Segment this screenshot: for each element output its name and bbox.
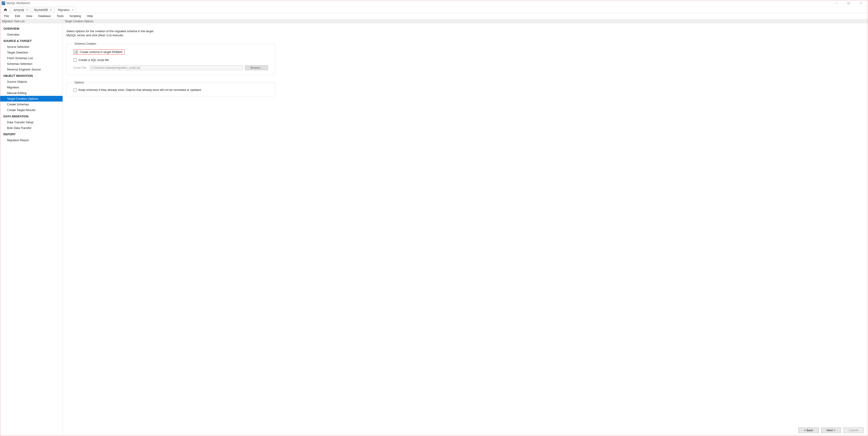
task-create-target-results[interactable]: Create Target Results [0,107,63,113]
schema-creation-legend: Schema Creation [73,42,97,45]
task-reverse-engineer[interactable]: Reverse Engineer Source [0,67,63,72]
keep-schemas-checkbox[interactable] [73,88,76,92]
tabbar: azmysql × MyJolieDB × Migration × [0,6,868,13]
back-button[interactable]: < Back [798,427,818,433]
migration-task-list: OVERVIEW Overview SOURCE & TARGET Source… [0,23,63,145]
main-header: Target Creation Options [63,19,868,23]
create-schema-checkbox[interactable] [74,51,78,54]
menu-database[interactable]: Database [35,13,54,19]
menu-help[interactable]: Help [84,13,96,19]
task-create-schemas[interactable]: Create Schemas [0,102,63,107]
window-title: MySQL Workbench [7,2,30,5]
menubar: File Edit View Database Tools Scripting … [0,13,868,19]
task-target-creation-options[interactable]: Target Creation Options [0,96,63,102]
options-group: Options Keep schemas if they already exi… [66,81,275,96]
menu-view[interactable]: View [23,13,35,19]
task-data-transfer-setup[interactable]: Data Transfer Setup [0,120,63,125]
task-schemas-selection[interactable]: Schemas Selection [0,61,63,67]
task-manual-editing[interactable]: Manual Editing [0,90,63,96]
tab-azmysql[interactable]: azmysql × [10,7,30,13]
browse-button: Browse... [245,65,268,70]
task-group-data-migration: DATA MIGRATION [0,113,63,120]
options-legend: Options [73,81,85,84]
script-file-label: Script File: [73,66,87,69]
wizard-footer: < Back Next > Cancel [63,426,868,436]
menu-edit[interactable]: Edit [12,13,23,19]
task-target-selection[interactable]: Target Selection [0,49,63,55]
window-controls [832,1,866,5]
sidebar: Migration Task List OVERVIEW Overview SO… [0,19,63,436]
maximize-button[interactable] [845,1,853,5]
create-schema-label: Create schema in target RDBMS [80,50,122,54]
content-area: Migration Task List OVERVIEW Overview SO… [0,19,868,436]
menu-tools[interactable]: Tools [54,13,66,19]
tab-label: azmysql [13,8,24,11]
app-window: MySQL Workbench azmysql × MyJolieDB × Mi… [0,0,868,436]
close-icon[interactable]: × [72,9,73,11]
main-panel: Target Creation Options Select options f… [63,19,868,436]
task-overview[interactable]: Overview [0,32,63,37]
tab-myjoliedb[interactable]: MyJolieDB × [31,7,54,13]
task-migration[interactable]: Migration [0,85,63,90]
task-fetch-schemas[interactable]: Fetch Schemas List [0,55,63,61]
menu-scripting[interactable]: Scripting [67,13,84,19]
task-group-overview: OVERVIEW [0,25,63,32]
menu-file[interactable]: File [2,13,12,19]
task-group-source-target: SOURCE & TARGET [0,37,63,44]
script-file-input [90,65,243,70]
tab-label: Migration [58,8,70,11]
schema-creation-group: Schema Creation Create schema in target … [66,42,275,75]
main-body: Select options for the creation of the m… [63,23,868,426]
close-icon[interactable]: × [50,9,52,11]
tab-migration[interactable]: Migration × [55,7,76,13]
titlebar: MySQL Workbench [0,0,868,6]
minimize-button[interactable] [832,1,841,5]
task-group-report: REPORT [0,131,63,137]
tab-label: MyJolieDB [34,8,48,11]
instruction-line1: Select options for the creation of the m… [66,30,154,33]
task-source-selection[interactable]: Source Selection [0,44,63,49]
instruction-line2: MySQL server and click [Next >] to execu… [66,34,124,37]
keep-schemas-label: Keep schemas if they already exist. Obje… [79,88,202,92]
task-migration-report[interactable]: Migration Report [0,137,63,143]
svg-rect-2 [848,2,849,4]
close-button[interactable] [857,1,865,5]
task-group-object-migration: OBJECT MIGRATION [0,72,63,79]
create-script-checkbox[interactable] [73,59,76,62]
close-icon[interactable]: × [26,9,28,11]
instruction-text: Select options for the creation of the m… [66,29,864,37]
task-source-objects[interactable]: Source Objects [0,79,63,85]
next-button[interactable]: Next > [821,427,841,433]
task-bulk-data-transfer[interactable]: Bulk Data Transfer [0,125,63,131]
cancel-button: Cancel [843,427,864,433]
home-icon [4,8,7,12]
home-tab[interactable] [1,7,10,13]
sidebar-header: Migration Task List [0,19,63,23]
create-script-label: Create a SQL script file [79,58,109,62]
app-icon [2,1,5,5]
